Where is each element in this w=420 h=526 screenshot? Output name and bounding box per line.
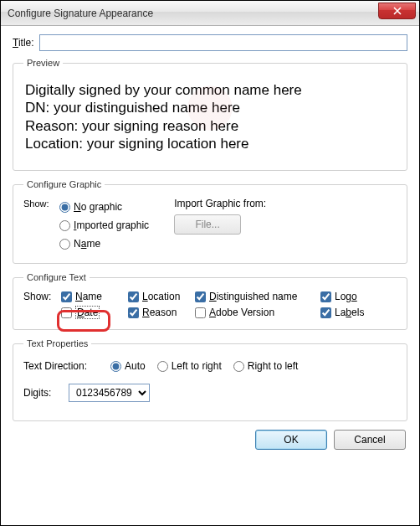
check-adobe-label: Adobe Version: [209, 307, 274, 318]
radio-imported-graphic[interactable]: [59, 220, 70, 231]
configure-text-legend: Configure Text: [23, 272, 90, 282]
check-distinguished-name[interactable]: [195, 291, 206, 302]
radio-no-graphic[interactable]: [59, 202, 70, 213]
check-reason-label: Reason: [142, 307, 177, 318]
radio-name-graphic-label: Name: [74, 238, 100, 250]
radio-no-graphic-label: No graphic: [74, 201, 122, 213]
titlebar: Configure Signature Appearance: [1, 1, 419, 26]
text-properties-group: Text Properties Text Direction: Auto Lef…: [13, 338, 407, 421]
radio-direction-ltr[interactable]: [157, 361, 168, 372]
preview-group: Preview Digitally signed by your common …: [13, 58, 407, 171]
radio-auto-label: Auto: [125, 360, 146, 372]
cancel-button[interactable]: Cancel: [334, 430, 406, 450]
check-dn-label: Distinguished name: [209, 291, 297, 302]
check-logo-label: Logo: [335, 291, 357, 302]
window-title: Configure Signature Appearance: [8, 8, 153, 19]
configure-text-group: Configure Text Show: Name Location Disti…: [13, 272, 407, 330]
preview-legend: Preview: [23, 58, 63, 68]
radio-direction-rtl[interactable]: [233, 361, 244, 372]
graphic-show-label: Show:: [23, 198, 57, 209]
preview-line: DN: your distinguished name here: [25, 99, 395, 116]
title-row: Title:: [13, 34, 407, 51]
text-properties-legend: Text Properties: [23, 338, 91, 348]
check-location-label: Location: [142, 291, 180, 302]
graphic-show-column: Show: No graphic Imported graphic Name: [23, 198, 149, 253]
text-direction-label: Text Direction:: [23, 360, 99, 372]
configure-graphic-group: Configure Graphic Show: No graphic Impor…: [13, 179, 407, 264]
check-date-label: Date: [75, 306, 100, 319]
check-reason[interactable]: [128, 307, 139, 318]
radio-ltr-label: Left to right: [172, 360, 222, 372]
configure-graphic-legend: Configure Graphic: [23, 179, 105, 189]
radio-rtl-label: Right to left: [248, 360, 299, 372]
radio-name-graphic[interactable]: [59, 239, 70, 250]
check-adobe-version[interactable]: [195, 307, 206, 318]
check-labels[interactable]: [320, 307, 331, 318]
check-logo[interactable]: [320, 291, 331, 302]
check-labels-label: Labels: [335, 307, 364, 318]
preview-line: Digitally signed by your common name her…: [25, 81, 395, 99]
close-button[interactable]: [378, 3, 416, 19]
file-button[interactable]: File...: [174, 214, 241, 235]
digits-label: Digits:: [23, 387, 57, 399]
preview-box: Digitally signed by your common name her…: [23, 76, 397, 160]
import-graphic-column: Import Graphic from: File...: [174, 198, 266, 253]
dialog-button-row: OK Cancel: [13, 430, 407, 450]
digits-select[interactable]: 0123456789: [69, 384, 150, 402]
check-location[interactable]: [128, 291, 139, 302]
check-name[interactable]: [61, 291, 72, 302]
radio-imported-graphic-label: Imported graphic: [74, 219, 149, 231]
title-input[interactable]: [39, 34, 407, 51]
text-show-label: Show:: [23, 291, 61, 302]
preview-line: Location: your signing location here: [25, 135, 395, 152]
ok-button[interactable]: OK: [255, 430, 327, 450]
import-graphic-label: Import Graphic from:: [174, 198, 266, 209]
preview-line: Reason: your signing reason here: [25, 117, 395, 135]
close-icon: [393, 7, 402, 15]
check-name-label: Name: [75, 291, 102, 302]
dialog-content: Title: Preview Digitally signed by your …: [1, 26, 419, 458]
check-date[interactable]: [61, 307, 72, 318]
title-label: Title:: [13, 37, 34, 49]
radio-direction-auto[interactable]: [110, 361, 121, 372]
